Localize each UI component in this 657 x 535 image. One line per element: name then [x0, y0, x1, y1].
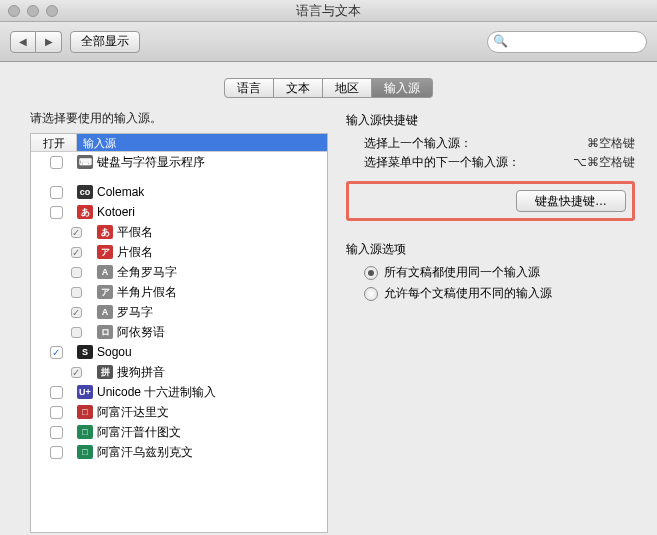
checkbox[interactable]	[50, 406, 63, 419]
list-item[interactable]: A全角罗马字	[31, 262, 327, 282]
titlebar: 语言与文本	[0, 0, 657, 22]
list-rows[interactable]: ⌨键盘与字符显示程序coColemakあKotoeriあ平假名ア片假名A全角罗马…	[31, 152, 327, 532]
checkbox[interactable]	[50, 156, 63, 169]
source-label: 阿富汗普什图文	[97, 424, 181, 441]
toolbar: ◀ ▶ 全部显示 🔍	[0, 22, 657, 62]
list-header: 打开 输入源	[31, 134, 327, 152]
source-label: 罗马字	[117, 304, 153, 321]
source-label: Colemak	[97, 185, 144, 199]
show-all-button[interactable]: 全部显示	[70, 31, 140, 53]
radio-label: 允许每个文稿使用不同的输入源	[384, 285, 552, 302]
tab-2[interactable]: 地区	[323, 78, 372, 98]
source-label: 阿依努语	[117, 324, 165, 341]
source-label: 键盘与字符显示程序	[97, 154, 205, 171]
tab-1[interactable]: 文本	[274, 78, 323, 98]
list-item[interactable]: ア片假名	[31, 242, 327, 262]
tab-row: 语言文本地区输入源	[0, 62, 657, 110]
source-icon: □	[77, 405, 93, 419]
source-label: 全角罗马字	[117, 264, 177, 281]
source-icon: □	[77, 425, 93, 439]
shortcut-row: 选择菜单中的下一个输入源：⌥⌘空格键	[346, 154, 635, 171]
list-item[interactable]: あ平假名	[31, 222, 327, 242]
checkbox	[71, 327, 82, 338]
col-source[interactable]: 输入源	[77, 134, 327, 151]
source-icon: A	[97, 305, 113, 319]
list-item[interactable]: ア半角片假名	[31, 282, 327, 302]
radio-icon[interactable]	[364, 266, 378, 280]
keyboard-shortcuts-button[interactable]: 键盘快捷键…	[516, 190, 626, 212]
list-item[interactable]: あKotoeri	[31, 202, 327, 222]
list-item[interactable]: □阿富汗普什图文	[31, 422, 327, 442]
source-icon: □	[77, 445, 93, 459]
source-label: 平假名	[117, 224, 153, 241]
source-label: Unicode 十六进制输入	[97, 384, 216, 401]
shortcut-button-highlight: 键盘快捷键…	[346, 181, 635, 221]
window-title: 语言与文本	[0, 2, 657, 20]
source-label: 搜狗拼音	[117, 364, 165, 381]
prompt-text: 请选择要使用的输入源。	[30, 110, 328, 127]
search-input[interactable]	[487, 31, 647, 53]
nav-seg: ◀ ▶	[10, 31, 62, 53]
list-item[interactable]: 拼搜狗拼音	[31, 362, 327, 382]
source-icon: ア	[97, 285, 113, 299]
source-icon: co	[77, 185, 93, 199]
radio-label: 所有文稿都使用同一个输入源	[384, 264, 540, 281]
checkbox	[71, 247, 82, 258]
tab-0[interactable]: 语言	[224, 78, 274, 98]
search-icon: 🔍	[493, 34, 508, 48]
source-label: 阿富汗达里文	[97, 404, 169, 421]
search-wrap: 🔍	[487, 31, 647, 53]
tab-3[interactable]: 输入源	[372, 78, 433, 98]
checkbox[interactable]	[50, 386, 63, 399]
list-item[interactable]: coColemak	[31, 182, 327, 202]
checkbox[interactable]	[50, 206, 63, 219]
checkbox	[71, 307, 82, 318]
checkbox	[71, 367, 82, 378]
source-icon: あ	[97, 225, 113, 239]
radio-icon[interactable]	[364, 287, 378, 301]
col-open[interactable]: 打开	[31, 134, 77, 151]
source-label: 半角片假名	[117, 284, 177, 301]
list-item[interactable]: ロ阿依努语	[31, 322, 327, 342]
shortcut-row: 选择上一个输入源：⌘空格键	[346, 135, 635, 152]
checkbox[interactable]	[50, 186, 63, 199]
source-icon: あ	[77, 205, 93, 219]
source-icon: S	[77, 345, 93, 359]
checkbox	[71, 227, 82, 238]
radio-option-1[interactable]: 允许每个文稿使用不同的输入源	[346, 285, 635, 302]
checkbox	[71, 267, 82, 278]
source-icon: 拼	[97, 365, 113, 379]
checkbox[interactable]	[50, 426, 63, 439]
checkbox[interactable]	[50, 346, 63, 359]
checkbox	[71, 287, 82, 298]
source-icon: ロ	[97, 325, 113, 339]
tab-segment: 语言文本地区输入源	[224, 78, 433, 98]
source-label: Sogou	[97, 345, 132, 359]
source-label: 片假名	[117, 244, 153, 261]
checkbox[interactable]	[50, 446, 63, 459]
list-item[interactable]: □阿富汗乌兹别克文	[31, 442, 327, 462]
source-icon: ⌨	[77, 155, 93, 169]
back-button[interactable]: ◀	[10, 31, 36, 53]
source-icon: U+	[77, 385, 93, 399]
source-icon: ア	[97, 245, 113, 259]
list-item[interactable]: □阿富汗达里文	[31, 402, 327, 422]
option-title: 输入源选项	[346, 241, 635, 258]
shortcut-title: 输入源快捷键	[346, 112, 635, 129]
radio-option-0[interactable]: 所有文稿都使用同一个输入源	[346, 264, 635, 281]
source-icon: A	[97, 265, 113, 279]
list-item[interactable]: U+Unicode 十六进制输入	[31, 382, 327, 402]
forward-button[interactable]: ▶	[36, 31, 62, 53]
input-source-list: 打开 输入源 ⌨键盘与字符显示程序coColemakあKotoeriあ平假名ア片…	[30, 133, 328, 533]
list-item[interactable]: SSogou	[31, 342, 327, 362]
list-item[interactable]: ⌨键盘与字符显示程序	[31, 152, 327, 172]
list-item[interactable]: A罗马字	[31, 302, 327, 322]
source-label: Kotoeri	[97, 205, 135, 219]
source-label: 阿富汗乌兹别克文	[97, 444, 193, 461]
